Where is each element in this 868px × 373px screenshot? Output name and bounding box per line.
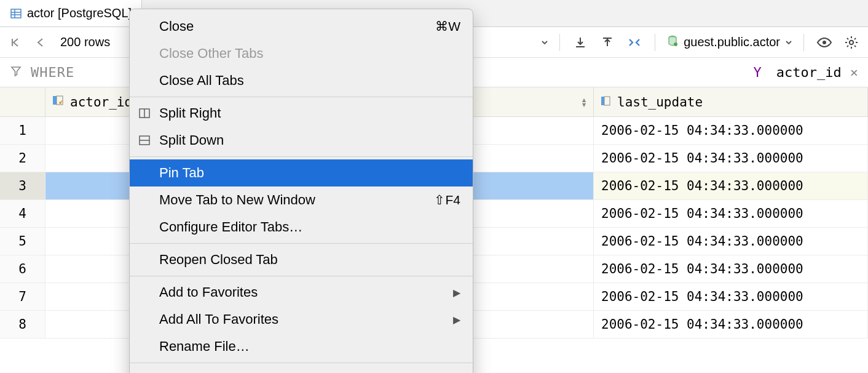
compare-button[interactable] [625,33,644,52]
column-header-last-update[interactable]: last_update [594,87,868,116]
row-number[interactable]: 1 [0,117,45,144]
export-format-dropdown[interactable]: DSV [512,35,548,49]
menu-label: Add All To Favorites [159,311,278,327]
menu-close-other: Close Other Tabs [130,40,473,67]
first-page-button[interactable] [7,34,23,50]
cell-last-update[interactable]: 2006-02-15 04:34:33.000000 [594,117,868,144]
tab-context-menu: Close ⌘W Close Other Tabs Close All Tabs… [129,9,473,373]
shortcut-label: ⇧F4 [434,193,460,207]
split-down-icon [138,134,151,146]
column-icon [600,95,611,110]
menu-reopen-closed[interactable]: Reopen Closed Tab [130,246,473,273]
menu-separator [130,276,473,276]
menu-split-down[interactable]: Split Down [130,127,473,154]
menu-add-favorites[interactable]: Add to Favorites ▶ [130,279,473,306]
row-number[interactable]: 3 [0,172,45,199]
editor-tab-actor[interactable]: actor [PostgreSQL] [0,0,142,26]
rownum-header[interactable] [0,87,45,116]
menu-configure-tabs[interactable]: Configure Editor Tabs… [130,214,473,241]
cell-last-update[interactable]: 2006-02-15 04:34:33.000000 [594,172,868,199]
cell-last-update[interactable]: 2006-02-15 04:34:33.000000 [594,200,868,227]
sort-indicator-icon: ▴▾ [581,97,587,107]
cell-last-update[interactable]: 2006-02-15 04:34:33.000000 [594,311,868,338]
schema-selector[interactable]: guest.public.actor [666,34,792,50]
menu-close[interactable]: Close ⌘W [130,13,473,40]
shortcut-label: ⌘W [435,19,460,34]
row-count-label[interactable]: 200 rows [60,35,110,49]
svg-point-5 [674,42,677,46]
menu-label: Add to Favorites [159,284,258,300]
svg-rect-11 [601,97,604,105]
menu-rename-file[interactable]: Rename File… [130,333,473,360]
menu-label: Close [159,18,194,34]
export-button[interactable] [598,33,617,52]
menu-separator [130,243,473,244]
table-icon [10,7,22,20]
split-right-icon [138,107,151,119]
svg-rect-8 [53,96,57,105]
prev-page-button[interactable] [32,34,48,50]
schema-path: guest.public.actor [684,35,780,49]
menu-label: Configure Editor Tabs… [159,219,302,235]
cell-last-update[interactable]: 2006-02-15 04:34:33.000000 [594,228,868,255]
database-icon [666,34,679,50]
clear-filter-button[interactable]: × [850,65,858,80]
order-column: actor_id [776,65,842,80]
row-number[interactable]: 5 [0,228,45,255]
menu-label: Pin Tab [159,165,204,181]
view-button[interactable] [815,33,834,52]
menu-label: Rename File… [159,339,250,355]
menu-label: Split Right [159,105,221,121]
svg-rect-12 [604,97,610,105]
menu-close-all[interactable]: Close All Tabs [130,67,473,94]
where-keyword: WHERE [31,65,74,80]
row-number[interactable]: 6 [0,255,45,283]
row-number[interactable]: 4 [0,200,45,227]
column-name: actor_id [70,95,132,110]
menu-label: Split Down [159,132,224,148]
cell-last-update[interactable]: 2006-02-15 04:34:33.000000 [594,255,868,283]
filter-icon [10,65,22,80]
cell-last-update[interactable]: 2006-02-15 04:34:33.000000 [594,283,868,310]
menu-separator [130,363,473,363]
menu-pin-tab[interactable]: Pin Tab [130,159,473,186]
menu-separator [130,156,473,157]
submenu-arrow-icon: ▶ [453,314,460,326]
separator [655,34,655,51]
menu-separator [130,97,473,97]
menu-label: Close Other Tabs [159,46,264,62]
svg-point-6 [823,41,826,44]
separator [803,34,804,51]
menu-open-in[interactable]: Open In ▶ [130,366,473,373]
cell-last-update[interactable]: 2006-02-15 04:34:33.000000 [594,145,868,172]
row-number[interactable]: 2 [0,145,45,172]
row-number[interactable]: 7 [0,283,45,310]
order-by-keyword: Y [754,65,762,80]
tab-title: actor [PostgreSQL] [27,6,132,20]
svg-point-7 [850,40,853,44]
separator [559,34,560,51]
import-button[interactable] [571,33,590,52]
menu-add-all-favorites[interactable]: Add All To Favorites ▶ [130,306,473,333]
svg-rect-0 [11,9,21,18]
column-name: last_update [617,95,703,110]
submenu-arrow-icon: ▶ [453,287,460,299]
chevron-down-icon [541,39,548,46]
menu-label: Close All Tabs [159,73,244,89]
key-column-icon [52,94,64,110]
row-number[interactable]: 8 [0,311,45,338]
settings-button[interactable] [842,33,861,52]
menu-label: Reopen Closed Tab [159,252,278,268]
chevron-down-icon [785,39,792,46]
menu-split-right[interactable]: Split Right [130,100,473,127]
menu-label: Move Tab to New Window [159,192,315,208]
menu-move-new-window[interactable]: Move Tab to New Window ⇧F4 [130,186,473,214]
